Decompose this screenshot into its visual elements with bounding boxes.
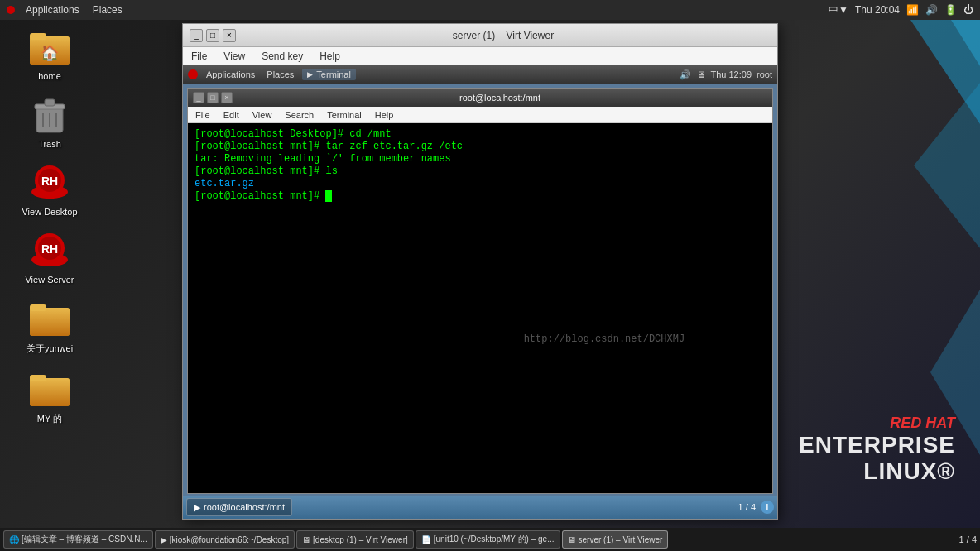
top-panel: Applications Places 中▼ Thu 20:04 📶 🔊 🔋 ⏻ [0,0,980,20]
taskbar-blog-item[interactable]: 🌐 [编辑文章 – 博客频道 – CSDN.N... [3,530,153,549]
view-desktop-icon: RH [30,164,70,204]
vm-clock: Thu 12:09 [710,69,752,79]
taskbar-desktop1-label: [desktop (1) – Virt Viewer] [313,535,408,544]
vm-term-search-menu[interactable]: Search [282,109,316,121]
vm-user: root [757,69,772,79]
vm-term-terminal-menu[interactable]: Terminal [324,109,364,121]
terminal-watermark: http://blog.csdn.net/DCHXMJ [524,333,685,345]
places-menu[interactable]: Places [88,4,127,16]
vm-taskbar-terminal-icon: ▶ [194,502,200,513]
vm-term-help-menu[interactable]: Help [372,109,396,121]
main-taskbar: 🌐 [编辑文章 – 博客频道 – CSDN.N... ▶ [kiosk@foun… [0,528,980,551]
virt-viewer-view-menu[interactable]: View [220,49,248,64]
taskbar-unit10-item[interactable]: 📄 [unit10 (~/Desktop/MY 的) – ge... [416,530,560,549]
desktop-icon-trash[interactable]: Trash [17,93,83,152]
terminal-line-4: [root@localhost mnt]# ls [195,165,766,177]
svg-text:RH: RH [41,242,58,256]
vm-network-icon: 🖥 [696,69,705,79]
terminal-body[interactable]: [root@localhost Desktop]# cd /mnt [root@… [188,123,772,493]
top-panel-right: 中▼ Thu 20:04 📶 🔊 🔋 ⏻ [829,3,973,17]
vm-top-right: 🔊 🖥 Thu 12:09 root [680,69,772,80]
taskbar-page-indicator: 1 / 4 [959,534,977,544]
maximize-button[interactable]: □ [206,29,219,42]
vm-sound-icon: 🔊 [680,69,691,80]
vm-terminal-minimize[interactable]: _ [193,92,204,103]
vm-terminal-window: _ □ × root@localhost:/mnt File Edit View… [187,88,773,494]
top-panel-sound-icon: 🔊 [925,4,938,16]
virt-viewer-window: _ □ × server (1) – Virt Viewer File View… [182,23,778,520]
desktop: Applications Places 中▼ Thu 20:04 📶 🔊 🔋 ⏻ [0,0,980,551]
view-server-label: View Server [25,275,74,285]
rhel-enterprise-text: ENTERPRISE [799,432,955,458]
top-panel-input-indicator: 中▼ [829,3,848,17]
vm-places-menu[interactable]: Places [263,69,297,79]
vm-terminal-maximize[interactable]: □ [207,92,219,103]
my-folder-icon [30,370,70,410]
svg-text:🏠: 🏠 [41,44,60,62]
svg-rect-26 [30,378,70,406]
svg-rect-6 [30,33,46,40]
virt-viewer-help-menu[interactable]: Help [316,49,343,64]
yunwei-icon-label: 关于yunwei [26,343,73,355]
vm-terminal-titlebar: _ □ × root@localhost:/mnt [188,89,772,107]
top-panel-power-icon: ⏻ [963,4,973,16]
vm-term-edit-menu[interactable]: Edit [221,109,242,121]
terminal-line-6: [root@localhost mnt]# [195,190,766,202]
taskbar-kiosk-label: [kiosk@foundation66:~/Desktop] [170,535,289,544]
vm-redhat-dot [188,69,198,79]
vm-taskbar-terminal-item[interactable]: ▶ root@localhost:/mnt [186,498,292,516]
virt-viewer-file-menu[interactable]: File [188,49,210,64]
taskbar-server1-item[interactable]: 🖥 server (1) – Virt Viewer [562,530,669,549]
desktop-icon-home[interactable]: 🏠 home [17,25,83,84]
vm-info-button[interactable]: i [761,501,774,514]
svg-rect-24 [30,304,46,311]
taskbar-right: 1 / 4 [959,534,977,544]
vm-terminal-label: Terminal [316,69,351,79]
window-controls: _ □ × [190,29,236,42]
minimize-button[interactable]: _ [190,29,203,42]
close-button[interactable]: × [223,29,236,42]
taskbar-desktop1-item[interactable]: 🖥 [desktop (1) – Virt Viewer] [296,530,414,549]
applications-menu[interactable]: Applications [21,4,84,16]
vm-term-file-menu[interactable]: File [193,109,213,121]
trash-icon-label: Trash [38,139,61,149]
terminal-line-3: tar: Removing leading `/' from member na… [195,153,766,165]
vm-content-area: _ □ × root@localhost:/mnt File Edit View… [183,84,777,496]
taskbar-blog-label: [编辑文章 – 博客频道 – CSDN.N... [22,534,147,545]
desktop-icon-about-yunwei[interactable]: 关于yunwei [17,296,83,358]
desktop-icon-view-desktop[interactable]: RH View Desktop [17,161,83,220]
vm-top-left: Applications Places ▶ Terminal [188,69,356,80]
top-panel-wifi-icon: 📶 [906,4,919,16]
vm-terminal-menu[interactable]: ▶ Terminal [302,69,356,80]
terminal-line-2: [root@localhost mnt]# tar zcf etc.tar.gz… [195,141,766,152]
vm-terminal-close[interactable]: × [221,92,233,103]
vm-applications-menu[interactable]: Applications [203,69,258,79]
svg-text:RH: RH [41,175,58,188]
desktop-icon-my[interactable]: MY 的 [17,367,83,429]
vm-page-indicator: 1 / 4 [738,502,756,512]
desktop-icon-view-server[interactable]: RH View Server [17,228,83,288]
home-icon-label: home [38,71,61,81]
view-desktop-label: View Desktop [22,207,77,217]
vm-taskbar-right: 1 / 4 i [738,501,774,514]
taskbar-kiosk-icon: ▶ [161,535,167,544]
taskbar-kiosk-item[interactable]: ▶ [kiosk@foundation66:~/Desktop] [155,530,295,549]
rhel-linux-text: LINUX® [799,458,955,485]
taskbar-blog-icon: 🌐 [9,535,19,544]
taskbar-unit10-label: [unit10 (~/Desktop/MY 的) – ge... [434,534,555,545]
virt-viewer-menubar: File View Send key Help [183,47,777,65]
top-panel-battery-icon: 🔋 [944,4,957,16]
vm-terminal-title: root@localhost:/mnt [233,93,767,103]
vm-taskbar-left: ▶ root@localhost:/mnt [186,498,292,516]
desktop-icons-area: 🏠 home Trash [17,25,83,429]
terminal-line-5: etc.tar.gz [195,178,766,189]
vm-top-panel: Applications Places ▶ Terminal 🔊 🖥 Thu 1… [183,65,777,84]
vm-terminal-menubar: File Edit View Search Terminal Help [188,107,772,123]
vm-taskbar-terminal-label: root@localhost:/mnt [204,502,285,512]
vm-term-view-menu[interactable]: View [250,109,275,121]
top-panel-left: Applications Places [7,4,127,16]
taskbar-server1-icon: 🖥 [568,535,576,544]
yunwei-folder-icon [30,299,70,339]
home-folder-icon: 🏠 [30,28,70,68]
virt-viewer-sendkey-menu[interactable]: Send key [258,49,306,64]
